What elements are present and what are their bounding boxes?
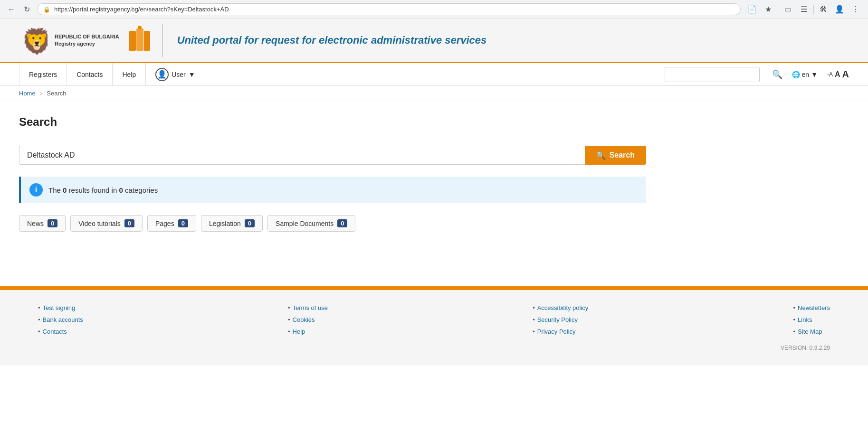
category-tabs: News0Video tutorials0Pages0Legislation0S… xyxy=(19,215,646,232)
site-nav: Registers Contacts Help 👤 User ▼ 🔍 🌐 en … xyxy=(0,63,868,86)
nav-search: 🔍 xyxy=(665,67,785,82)
footer-bar xyxy=(0,286,868,290)
category-count: 0 xyxy=(245,219,255,227)
logo-text: REPUBLIC OF BULGARIA Registry agency xyxy=(55,33,119,48)
logo-section: 🦁 REPUBLIC OF BULGARIA Registry agency xyxy=(19,24,163,57)
font-decrease-button[interactable]: -A xyxy=(827,71,833,78)
back-button[interactable]: ← xyxy=(6,4,17,15)
font-size-controls: -A A A xyxy=(827,69,849,80)
footer-link[interactable]: Contacts xyxy=(38,328,83,335)
category-count: 0 xyxy=(48,219,57,227)
browser-right-icons: 📄 ★ ▭ ☰ 🛠 👤 ⋮ xyxy=(745,3,862,16)
nav-search-input[interactable] xyxy=(665,67,760,82)
info-suffix: categories xyxy=(125,186,158,194)
breadcrumb-separator: › xyxy=(40,90,42,97)
search-input[interactable] xyxy=(19,146,585,165)
search-icon[interactable]: 🔍 xyxy=(770,67,785,82)
country-name: REPUBLIC OF BULGARIA xyxy=(55,33,119,40)
globe-icon: 🌐 xyxy=(792,71,800,78)
footer-link[interactable]: Accessibility policy xyxy=(533,304,588,311)
browser-user-icon[interactable]: 👤 xyxy=(833,3,846,16)
address-bar[interactable]: 🔒 https://portal.registryagency.bg/en/se… xyxy=(37,3,741,15)
breadcrumb: Home › Search xyxy=(0,86,868,101)
user-dropdown-icon: ▼ xyxy=(189,71,195,78)
footer-link[interactable]: Site Map xyxy=(793,328,830,335)
lock-icon: 🔒 xyxy=(43,6,50,13)
url-text: https://portal.registryagency.bg/en/sear… xyxy=(54,6,229,13)
browser-nav-icons: ← ↻ xyxy=(6,4,32,15)
svg-rect-3 xyxy=(144,31,150,51)
extensions-icon[interactable]: 🛠 xyxy=(817,3,830,16)
footer-link[interactable]: Bank accounts xyxy=(38,316,83,323)
refresh-button[interactable]: ↻ xyxy=(21,4,32,15)
categories-count: 0 xyxy=(119,186,123,194)
lion-logo: 🦁 xyxy=(19,24,48,57)
agency-name: Registry agency xyxy=(55,40,119,47)
footer-link[interactable]: Newsletters xyxy=(793,304,830,311)
footer-link[interactable]: Privacy Policy xyxy=(533,328,588,335)
site-title: United portal for request for electronic… xyxy=(177,34,849,47)
footer-column: Terms of useCookiesHelp xyxy=(288,304,328,335)
settings-icon[interactable]: ⋮ xyxy=(849,3,862,16)
browser-chrome: ← ↻ 🔒 https://portal.registryagency.bg/e… xyxy=(0,0,868,19)
nav-links: Registers Contacts Help xyxy=(19,63,146,86)
user-icon: 👤 xyxy=(155,68,169,81)
main-content: Search 🔍 Search i The 0 results found in… xyxy=(0,101,665,267)
results-count: 0 xyxy=(63,186,67,194)
search-button[interactable]: 🔍 Search xyxy=(585,146,646,165)
footer-links: Test signingBank accountsContactsTerms o… xyxy=(38,304,830,335)
font-normal-button[interactable]: A xyxy=(835,70,840,79)
lang-dropdown-icon: ▼ xyxy=(811,71,818,78)
category-label: Legislation xyxy=(209,220,241,227)
category-tab[interactable]: Pages0 xyxy=(147,215,196,232)
footer-link[interactable]: Test signing xyxy=(38,304,83,311)
favorites-icon[interactable]: ☰ xyxy=(797,3,811,16)
category-count: 0 xyxy=(337,219,347,227)
language-selector[interactable]: 🌐 en ▼ xyxy=(792,71,818,78)
user-label: User xyxy=(172,71,186,78)
info-icon: i xyxy=(29,183,43,197)
info-text: The 0 results found in 0 categories xyxy=(48,186,158,194)
site-header: 🦁 REPUBLIC OF BULGARIA Registry agency U… xyxy=(0,19,868,63)
divider2 xyxy=(813,5,814,14)
category-label: Video tutorials xyxy=(78,220,120,227)
info-prefix: The xyxy=(48,186,61,194)
nav-registers[interactable]: Registers xyxy=(19,63,67,86)
site-footer: Test signingBank accountsContactsTerms o… xyxy=(0,290,868,366)
footer-link[interactable]: Links xyxy=(793,316,830,323)
category-tab[interactable]: Sample Documents0 xyxy=(267,215,355,232)
footer-link[interactable]: Help xyxy=(288,328,328,335)
breadcrumb-current: Search xyxy=(47,90,66,97)
svg-text:🦁: 🦁 xyxy=(21,27,48,56)
category-tab[interactable]: Video tutorials0 xyxy=(70,215,143,232)
search-bar: 🔍 Search xyxy=(19,146,646,165)
book-logo xyxy=(126,26,153,55)
footer-column: NewslettersLinksSite Map xyxy=(793,304,830,335)
footer-column: Test signingBank accountsContacts xyxy=(38,304,83,335)
footer-link[interactable]: Security Policy xyxy=(533,316,588,323)
nav-help[interactable]: Help xyxy=(113,63,146,86)
divider xyxy=(778,5,778,14)
svg-rect-1 xyxy=(129,31,136,51)
footer-column: Accessibility policySecurity PolicyPriva… xyxy=(533,304,588,335)
category-count: 0 xyxy=(124,219,134,227)
bookmark-star-icon[interactable]: ★ xyxy=(762,3,775,16)
footer-link[interactable]: Terms of use xyxy=(288,304,328,311)
breadcrumb-home[interactable]: Home xyxy=(19,90,36,97)
category-label: Pages xyxy=(155,220,174,227)
footer-version: VERSION: 0.9.2.29 xyxy=(38,345,830,351)
split-screen-icon[interactable]: ▭ xyxy=(781,3,794,16)
nav-contacts[interactable]: Contacts xyxy=(67,63,113,86)
category-tab[interactable]: News0 xyxy=(19,215,66,232)
category-label: News xyxy=(27,220,44,227)
font-increase-button[interactable]: A xyxy=(842,69,849,80)
reader-mode-icon[interactable]: 📄 xyxy=(745,3,759,16)
info-results: results found in xyxy=(69,186,117,194)
category-label: Sample Documents xyxy=(276,220,334,227)
nav-user-menu[interactable]: 👤 User ▼ xyxy=(146,63,205,86)
svg-rect-2 xyxy=(136,28,143,51)
category-count: 0 xyxy=(178,219,188,227)
category-tab[interactable]: Legislation0 xyxy=(201,215,263,232)
info-banner: i The 0 results found in 0 categories xyxy=(19,177,646,203)
footer-link[interactable]: Cookies xyxy=(288,316,328,323)
